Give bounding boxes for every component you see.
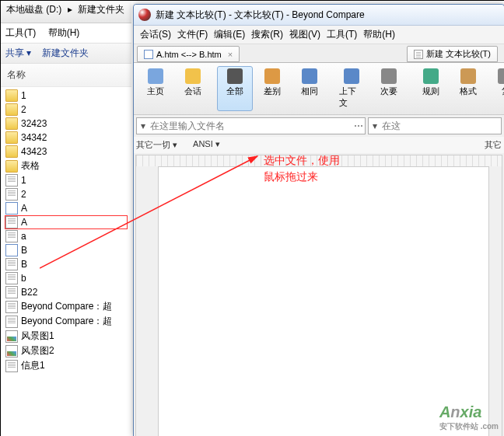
file-icon (5, 345, 18, 358)
menu-item[interactable]: 文件(F) (177, 29, 208, 40)
scrollbar-vertical[interactable] (488, 166, 502, 436)
filter-other[interactable]: 其它一切 ▾ (136, 139, 177, 151)
path-input-left[interactable]: ▾ ⋯ (136, 117, 366, 134)
list-item[interactable]: 1 (1, 89, 131, 103)
file-name: 表格 (21, 159, 40, 173)
file-icon (5, 230, 18, 242)
toolbar-相同[interactable]: 相同 (292, 66, 327, 111)
toolbar-icon (264, 68, 280, 84)
file-icon (5, 301, 18, 313)
tool-newfolder[interactable]: 新建文件夹 (42, 47, 89, 58)
title-text: 新建 文本比较(T) - 文本比较(T) - Beyond Compare (156, 9, 499, 22)
list-item[interactable]: 风景图1 (1, 329, 131, 344)
file-list: 12324233434243423表格12AAaBBbB22Beyond Com… (1, 87, 131, 375)
dropdown-icon[interactable]: ▾ (138, 120, 149, 131)
list-item[interactable]: a (1, 229, 131, 243)
list-item[interactable]: 2 (1, 103, 131, 117)
file-name: Beyond Compare：超 (21, 315, 112, 328)
list-item[interactable]: A (5, 215, 128, 229)
toolbar-差别[interactable]: 差别 (254, 66, 290, 111)
toolbar-会话[interactable]: 会话 (175, 66, 211, 111)
folder-icon (5, 145, 18, 158)
file-icon (5, 330, 18, 343)
tab-bar: A.htm <--> B.htm × 新建 文本比较(T) (134, 44, 504, 63)
list-item[interactable]: 风景图2 (1, 344, 131, 358)
menu-item[interactable]: 工具(T) (327, 29, 357, 40)
filter-right[interactable]: 其它 (485, 139, 502, 151)
crumb-folder[interactable]: 新建文件夹 (76, 3, 126, 16)
filename-input-right[interactable] (380, 119, 500, 133)
folder-icon (5, 89, 18, 102)
list-item[interactable]: 34342 (1, 131, 131, 145)
file-icon (5, 258, 18, 270)
list-item[interactable]: 43423 (1, 145, 131, 159)
toolbar-icon (381, 68, 397, 84)
toolbar-次要[interactable]: 次要 (371, 66, 407, 111)
toolbar-上下文[interactable]: 上下文 (334, 66, 369, 111)
toolbar-icon (148, 68, 163, 84)
list-item[interactable]: b (1, 271, 131, 285)
file-icon (5, 202, 18, 215)
toolbar-icon (227, 68, 243, 84)
file-name: b (21, 273, 26, 284)
tab-comparison[interactable]: A.htm <--> B.htm × (137, 46, 240, 62)
menu-item[interactable]: 视图(V) (289, 29, 320, 40)
menu-item[interactable]: 会话(S) (140, 29, 171, 40)
titlebar[interactable]: 新建 文本比较(T) - 文本比较(T) - Beyond Compare (134, 5, 504, 26)
list-item[interactable]: B (1, 243, 131, 257)
list-item[interactable]: Beyond Compare：超 (1, 299, 131, 314)
browse-icon[interactable]: ⋯ (353, 120, 364, 131)
crumb-sep: ▸ (66, 4, 74, 15)
toolbar: 主页会话全部差别相同上下文次要规则格式复 (134, 63, 504, 115)
tool-share[interactable]: 共享 ▾ (5, 47, 31, 58)
dropdown-icon[interactable]: ▾ (369, 120, 380, 131)
tab-label: A.htm <--> B.htm (156, 50, 222, 59)
menu-help[interactable]: 帮助(H) (48, 27, 80, 38)
file-name: 32423 (21, 118, 47, 129)
list-item[interactable]: 信息1 (1, 358, 131, 373)
list-item[interactable]: A (1, 201, 131, 215)
list-item[interactable]: 表格 (1, 159, 131, 173)
list-item[interactable]: B22 (1, 285, 131, 299)
close-icon[interactable]: × (228, 50, 233, 59)
list-item[interactable]: 32423 (1, 117, 131, 131)
file-name: 风景图1 (21, 330, 54, 343)
breadcrumb[interactable]: 本地磁盘 (D:) ▸ 新建文件夹 (1, 1, 131, 23)
list-item[interactable]: B (1, 257, 131, 271)
toolbar-规则[interactable]: 规则 (413, 66, 449, 111)
folder-icon (5, 103, 18, 116)
file-name: 34342 (21, 132, 47, 143)
toolbar-主页[interactable]: 主页 (138, 66, 173, 111)
file-icon (5, 286, 18, 298)
explorer-menubar: 工具(T) 帮助(H) (1, 23, 131, 44)
toolbar-格式[interactable]: 格式 (450, 66, 486, 111)
crumb-drive[interactable]: 本地磁盘 (D:) (5, 3, 63, 16)
toolbar-icon (423, 68, 439, 84)
file-name: A (21, 217, 27, 228)
file-name: 2 (21, 104, 26, 115)
list-item[interactable]: Beyond Compare：超 (1, 314, 131, 329)
explorer-toolbar: 共享 ▾ 新建文件夹 (1, 44, 131, 64)
menu-item[interactable]: 帮助(H) (363, 29, 395, 40)
tab-new[interactable]: 新建 文本比较(T) (407, 46, 498, 62)
file-icon (5, 174, 18, 187)
toolbar-复[interactable]: 复 (488, 66, 504, 111)
filter-bar: 其它一切 ▾ ANSI ▾ 其它 (134, 137, 504, 153)
filter-encoding[interactable]: ANSI ▾ (193, 139, 220, 151)
file-name: Beyond Compare：超 (21, 300, 112, 313)
list-item[interactable]: 2 (1, 187, 131, 201)
folder-icon (5, 160, 18, 173)
file-name: B (21, 245, 27, 256)
path-input-right[interactable]: ▾ (368, 117, 502, 134)
filename-input-left[interactable] (149, 119, 353, 133)
menu-item[interactable]: 搜索(R) (251, 29, 283, 40)
menu-tools[interactable]: 工具(T) (5, 27, 36, 38)
path-pane: ▾ ⋯ ▾ (134, 115, 504, 137)
list-item[interactable]: 1 (1, 173, 131, 187)
toolbar-全部[interactable]: 全部 (217, 66, 253, 111)
file-name: B (21, 259, 27, 270)
menu-item[interactable]: 编辑(E) (214, 29, 245, 40)
column-header-name[interactable]: 名称 (1, 64, 131, 87)
file-name: 2 (21, 189, 26, 200)
menubar: 会话(S)文件(F)编辑(E)搜索(R)视图(V)工具(T)帮助(H) (134, 26, 504, 44)
